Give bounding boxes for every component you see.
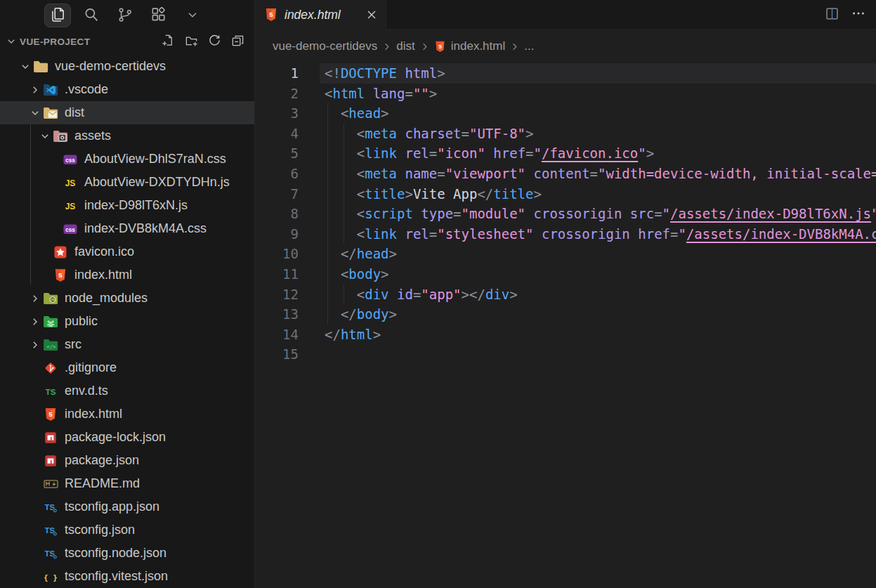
indent-guide — [344, 285, 344, 305]
tree-item-label: vue-demo-certidevs — [55, 59, 166, 74]
tree-item[interactable]: 5index.html — [0, 263, 254, 287]
tab-index-html[interactable]: 5 index.html — [255, 0, 386, 30]
line-number: 15 — [255, 344, 299, 365]
line-number: 8 — [255, 204, 299, 224]
tree-item[interactable]: JSAboutView-DXDTYDHn.js — [0, 171, 254, 194]
tree-item[interactable]: assets — [0, 124, 254, 148]
tree-item[interactable]: package-lock.json — [0, 426, 254, 449]
chevron-right-icon[interactable] — [30, 316, 41, 327]
code-token: "module" — [462, 206, 526, 221]
line-content: </html> — [320, 325, 876, 345]
tree-item[interactable]: .vscode — [0, 78, 254, 101]
tree-item[interactable]: </>src — [0, 333, 254, 356]
tree-item[interactable]: TStsconfig.node.json — [0, 542, 254, 565]
code-token: head — [348, 105, 381, 121]
breadcrumb-label: ... — [524, 39, 534, 53]
tree-item[interactable]: .gitignore — [0, 356, 254, 379]
chevron-right-icon[interactable] — [30, 293, 41, 304]
code-token: id — [397, 287, 413, 302]
files-icon — [48, 6, 67, 26]
code-token: head — [357, 246, 389, 261]
chevron-down-icon[interactable] — [20, 61, 31, 72]
breadcrumb-item[interactable]: 5index.html — [434, 39, 505, 53]
activity-item-source-control[interactable] — [112, 4, 138, 27]
code-token: body — [357, 306, 389, 322]
line-number: 9 — [255, 224, 299, 244]
code-token: = — [429, 226, 437, 242]
npm-icon — [43, 430, 58, 445]
breadcrumb-item[interactable]: vue-demo-certidevs — [273, 39, 377, 53]
tree-item[interactable]: 5index.html — [0, 403, 254, 426]
html5-icon: 5 — [264, 8, 278, 22]
tree-item[interactable]: JSnode_modules — [0, 287, 254, 310]
css-icon: css — [63, 152, 78, 166]
chevron-right-icon[interactable] — [30, 339, 41, 351]
tree-item-label: node_modules — [65, 291, 148, 306]
more-actions-button[interactable] — [848, 4, 869, 25]
tree-item[interactable]: vue-demo-certidevs — [0, 55, 254, 78]
new-file-button[interactable] — [161, 34, 175, 48]
code-token: < — [341, 105, 348, 121]
line-number: 1 — [255, 63, 299, 84]
activity-item-extensions[interactable] — [145, 4, 172, 27]
activity-item-more[interactable] — [179, 4, 206, 27]
tree-item[interactable]: public — [0, 310, 254, 333]
tree-item[interactable]: { }tsconfig.vitest.json — [0, 565, 254, 588]
collapse-all-button[interactable] — [230, 34, 244, 48]
tree-item[interactable]: dist — [0, 101, 254, 124]
code-line: 12 <div id="app"></div> — [255, 285, 876, 305]
code-token: > — [437, 65, 445, 81]
code-token — [397, 226, 405, 242]
twisty-spacer — [39, 270, 51, 281]
breadcrumb-label: index.html — [451, 39, 505, 53]
link-token[interactable]: /favicon.ico — [542, 145, 638, 161]
code-token: < — [325, 86, 332, 101]
code-editor[interactable]: 1<!DOCTYPE html>2<html lang="">3 <head>4… — [255, 63, 876, 588]
new-folder-button[interactable] — [184, 34, 198, 48]
activity-item-search[interactable] — [78, 4, 105, 27]
activity-item-explorer[interactable] — [44, 4, 71, 27]
tree-item-label: AboutView-DXDTYDHn.js — [84, 175, 230, 190]
chevron-down-icon[interactable] — [30, 107, 41, 119]
tree-indent-guide — [30, 124, 31, 285]
line-content: <head> — [320, 103, 876, 124]
twisty-spacer — [30, 571, 41, 582]
code-token: = — [670, 226, 678, 242]
tree-item-label: index-DVB8kM4A.css — [84, 221, 207, 236]
tree-item[interactable]: favicon.ico — [0, 240, 254, 263]
explorer-section-header[interactable]: VUE-PROJECT — [0, 31, 254, 52]
chevron-down-icon[interactable] — [39, 131, 51, 142]
line-number: 7 — [255, 184, 299, 204]
tree-item-label: tsconfig.node.json — [65, 546, 166, 561]
tree-item[interactable]: README.md — [0, 472, 254, 495]
tree-item[interactable]: cssAboutView-DhlS7raN.css — [0, 148, 254, 171]
refresh-button[interactable] — [207, 34, 221, 48]
twisty-spacer — [49, 223, 60, 235]
tree-item[interactable]: TStsconfig.json — [0, 518, 254, 542]
chevron-right-icon — [381, 41, 392, 52]
folder-dist-icon — [43, 105, 58, 120]
editor-actions — [821, 4, 869, 25]
code-token — [325, 166, 357, 181]
breadcrumb-item[interactable]: ... — [524, 39, 534, 53]
tree-item[interactable]: JSindex-D98lT6xN.js — [0, 194, 254, 217]
vscode-window: VUE-PROJECT vue-demo-certidevs.vscodedis… — [0, 0, 876, 588]
tree-item[interactable]: TStsconfig.app.json — [0, 495, 254, 518]
code-token: href — [493, 145, 525, 161]
code-token: src — [630, 206, 654, 221]
tree-item[interactable]: cssindex-DVB8kM4A.css — [0, 217, 254, 240]
folder-vscode-icon — [43, 82, 58, 97]
tree-item[interactable]: TSenv.d.ts — [0, 379, 254, 403]
code-token — [413, 206, 421, 221]
svg-text:JS: JS — [65, 201, 76, 211]
link-token[interactable]: /assets/index-DVB8kM4A.css — [686, 226, 876, 242]
link-token[interactable]: /assets/index-D98lT6xN.js — [670, 206, 871, 221]
code-token — [325, 186, 357, 202]
chevron-right-icon[interactable] — [30, 84, 41, 96]
split-editor-button[interactable] — [821, 4, 842, 25]
tree-item[interactable]: package.json — [0, 449, 254, 472]
close-icon[interactable] — [363, 6, 380, 23]
code-token: charset — [405, 126, 461, 141]
npm-icon — [43, 453, 58, 468]
breadcrumb-item[interactable]: dist — [396, 39, 414, 53]
